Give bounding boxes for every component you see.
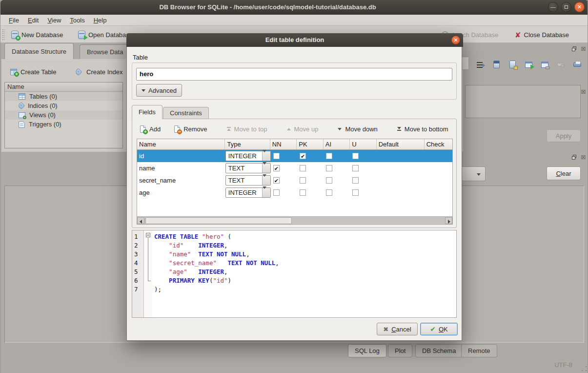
menu-file[interactable]: File <box>4 16 23 25</box>
pk-checkbox[interactable]: ✔ <box>300 153 306 159</box>
ai-checkbox[interactable] <box>326 177 332 184</box>
maximize-icon[interactable] <box>561 2 571 12</box>
cancel-button[interactable]: ✖ Cancel <box>377 323 418 335</box>
menu-tools[interactable]: Tools <box>65 16 89 25</box>
horizontal-scrollbar[interactable] <box>137 216 452 224</box>
tree-item-views[interactable]: Views (0) <box>5 110 122 120</box>
tree-item-indices[interactable]: Indices (0) <box>5 101 122 110</box>
dialog-titlebar[interactable]: Edit table definition ✕ <box>126 33 463 47</box>
menu-edit[interactable]: Edit <box>23 16 43 25</box>
create-index-button[interactable]: Create Index <box>73 65 125 79</box>
create-table-icon: + <box>10 69 17 75</box>
tab-database-structure[interactable]: Database Structure <box>4 43 74 60</box>
export-text-icon[interactable] <box>508 60 518 70</box>
ok-button[interactable]: ✔ OK <box>420 323 458 335</box>
tab-plot[interactable]: Plot <box>388 344 412 357</box>
tree-item-tables[interactable]: Tables (0) <box>5 92 122 101</box>
field-row-age[interactable]: age INTEGER <box>137 186 452 199</box>
pk-checkbox[interactable] <box>300 165 306 171</box>
triggers-icon <box>19 121 25 128</box>
type-combobox[interactable]: TEXT <box>225 163 271 173</box>
tree-item-triggers[interactable]: Triggers (0) <box>5 120 122 129</box>
nn-checkbox[interactable]: ✔ <box>273 177 280 184</box>
log-dock-float-icon[interactable] <box>571 154 578 161</box>
fold-tick <box>148 281 151 281</box>
field-row-id[interactable]: id INTEGER ✔ <box>137 150 452 162</box>
move-to-bottom-button[interactable]: Move to bottom <box>393 123 453 135</box>
field-name[interactable]: secret_name <box>137 177 225 184</box>
tree-column-header[interactable]: Name <box>5 83 122 92</box>
dialog-close-icon[interactable]: ✕ <box>451 36 460 44</box>
resize-grip[interactable] <box>586 370 587 371</box>
move-down-button[interactable]: Move down <box>333 123 382 135</box>
type-combobox[interactable]: TEXT <box>225 175 271 186</box>
add-icon: + <box>140 125 146 133</box>
remove-field-button[interactable]: – Remove <box>170 123 211 135</box>
u-checkbox[interactable] <box>352 189 359 196</box>
field-row-name[interactable]: name TEXT ✔ <box>137 162 452 174</box>
minimize-icon[interactable]: — <box>548 2 558 12</box>
word-wrap-icon[interactable] <box>476 60 486 70</box>
nn-checkbox[interactable] <box>273 153 280 159</box>
advanced-button[interactable]: Advanced <box>136 84 182 97</box>
clear-log-button[interactable]: Clear <box>547 166 581 180</box>
field-row-secret-name[interactable]: secret_name TEXT ✔ <box>137 174 452 186</box>
chevron-down-icon <box>142 89 145 92</box>
print-icon[interactable] <box>572 60 582 70</box>
window-titlebar[interactable]: DB Browser for SQLite - /home/user/code/… <box>0 0 588 15</box>
toolbar-drag-handle[interactable] <box>2 29 5 41</box>
scroll-right-icon[interactable] <box>445 217 452 224</box>
tab-constraints[interactable]: Constraints <box>163 107 209 119</box>
chevron-down-icon[interactable] <box>262 164 270 173</box>
type-combobox[interactable]: INTEGER <box>225 187 271 198</box>
new-database-button[interactable]: + New Database <box>8 28 66 41</box>
nn-checkbox[interactable]: ✔ <box>273 165 280 171</box>
tab-browse-data[interactable]: Browse Data <box>80 44 130 60</box>
u-checkbox[interactable] <box>352 177 359 184</box>
col-header-u[interactable]: U <box>350 139 376 149</box>
u-checkbox[interactable] <box>352 165 359 171</box>
nn-checkbox[interactable] <box>273 189 280 196</box>
pk-checkbox[interactable] <box>300 177 306 184</box>
field-name[interactable]: age <box>137 189 225 196</box>
ai-checkbox[interactable] <box>326 165 332 171</box>
scrollbar-thumb[interactable] <box>145 217 292 224</box>
menu-help[interactable]: Help <box>89 16 111 25</box>
scroll-left-icon[interactable] <box>137 217 144 224</box>
fold-collapse-icon[interactable] <box>146 233 150 237</box>
field-name[interactable]: id <box>137 152 225 160</box>
type-combobox[interactable]: INTEGER <box>225 151 271 161</box>
close-icon[interactable]: ✕ <box>574 2 585 12</box>
import-text-icon[interactable] <box>492 60 502 70</box>
tab-sql-log[interactable]: SQL Log <box>348 344 386 357</box>
log-dock-close-icon[interactable]: ☒ <box>580 154 587 161</box>
col-header-default[interactable]: Default <box>377 139 425 149</box>
col-header-ai[interactable]: AI <box>324 139 350 149</box>
field-name[interactable]: name <box>137 165 225 172</box>
menu-view[interactable]: View <box>43 16 65 25</box>
chevron-down-icon[interactable] <box>262 176 270 185</box>
add-field-button[interactable]: + Add <box>136 123 165 135</box>
chevron-down-icon[interactable] <box>262 188 270 197</box>
ai-checkbox[interactable] <box>326 153 332 159</box>
col-header-name[interactable]: Name <box>137 139 225 149</box>
col-header-nn[interactable]: NN <box>270 139 297 149</box>
copy-link-icon[interactable] <box>540 60 550 70</box>
col-header-type[interactable]: Type <box>225 139 270 149</box>
ai-checkbox[interactable] <box>326 189 332 196</box>
u-checkbox[interactable] <box>352 153 359 159</box>
tab-db-schema[interactable]: DB Schema <box>415 344 463 357</box>
pk-checkbox[interactable] <box>300 189 306 196</box>
open-in-app-icon[interactable] <box>524 60 534 70</box>
chevron-down-icon[interactable] <box>262 151 270 161</box>
create-table-button[interactable]: + Create Table <box>7 65 59 79</box>
col-header-check[interactable]: Check <box>425 139 452 149</box>
table-name-input[interactable]: hero <box>136 68 452 81</box>
line-number: 7 <box>134 285 142 294</box>
tab-remote[interactable]: Remote <box>461 344 497 357</box>
col-header-pk[interactable]: PK <box>297 139 323 149</box>
dock-close-icon[interactable]: ☒ <box>580 46 587 52</box>
tab-fields[interactable]: Fields <box>132 105 162 119</box>
close-database-button[interactable]: ✘ Close Database <box>512 28 572 41</box>
dock-float-icon[interactable] <box>571 46 578 52</box>
